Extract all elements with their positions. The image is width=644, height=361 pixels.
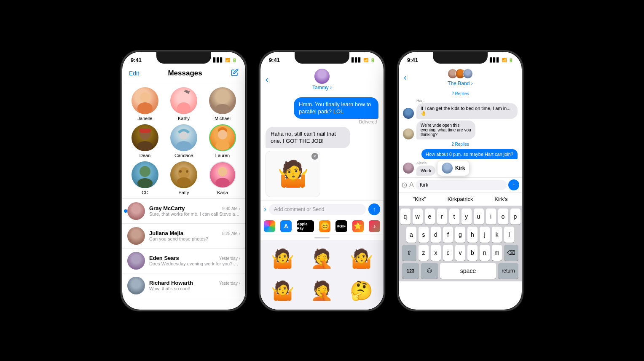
key-k[interactable]: k — [492, 227, 502, 243]
contact-karla[interactable]: Karla — [205, 161, 240, 195]
sticker-3[interactable]: 🤷 — [343, 243, 380, 274]
key-y[interactable]: y — [462, 209, 472, 225]
key-d[interactable]: d — [431, 227, 441, 243]
autocomplete-kirk-quoted[interactable]: "Kirk" — [409, 195, 429, 203]
key-w[interactable]: w — [413, 209, 423, 225]
sticker-9[interactable]: 🤷 — [343, 308, 380, 310]
autocomplete-kirkpatrick[interactable]: Kirkpatrick — [444, 195, 477, 203]
svg-point-5 — [217, 92, 228, 103]
app-stickers[interactable]: ⭐ — [352, 220, 364, 232]
app-photos[interactable] — [264, 220, 275, 232]
key-r[interactable]: r — [437, 209, 447, 225]
message-row-juliana[interactable]: Juliana Mejia 8:25 AM › Can you send tho… — [122, 224, 245, 249]
svg-point-16 — [137, 178, 153, 188]
mention-popup-avatar — [442, 163, 453, 174]
sticker-6[interactable]: 🤔 — [343, 275, 380, 306]
key-emoji[interactable]: ☺ — [421, 263, 438, 279]
contact-patty[interactable]: Patty — [166, 161, 201, 195]
contact-cc[interactable]: CC — [127, 161, 163, 195]
p3-msg-small: We're wide open this evening, what time … — [403, 120, 518, 139]
reply-thread-1[interactable]: 2 Replies — [403, 91, 518, 96]
app-music[interactable]: ♪ — [369, 220, 380, 232]
message-input-2[interactable]: Add comment or Send — [269, 204, 366, 215]
key-o[interactable]: o — [498, 209, 508, 225]
sticker-7[interactable]: 🤷 — [264, 308, 301, 310]
key-a[interactable]: a — [406, 227, 416, 243]
contact-kathy[interactable]: Kathy — [166, 87, 201, 121]
sticker-4[interactable]: 🤷 — [264, 275, 301, 306]
sticker-8[interactable]: 🤦 — [303, 308, 341, 310]
autocomplete-kirks[interactable]: Kirk's — [491, 195, 511, 203]
p3-bubble-small: We're wide open this evening, what time … — [416, 120, 475, 139]
key-x[interactable]: x — [431, 245, 441, 261]
app-gif[interactable]: #GIF — [335, 220, 347, 232]
app-pay[interactable]: Apple Pay — [297, 220, 314, 232]
back-button-2[interactable]: ‹ — [266, 75, 268, 84]
message-row-eden[interactable]: Eden Sears Yesterday › Does Wednesday ev… — [122, 249, 245, 273]
key-delete[interactable]: ⌫ — [504, 245, 518, 261]
msg-content-juliana: Juliana Mejia 8:25 AM › Can you send tho… — [149, 230, 240, 241]
key-p[interactable]: p — [510, 209, 521, 225]
compose-button[interactable] — [231, 69, 239, 78]
contact-candace[interactable]: Candace — [166, 124, 201, 158]
key-e[interactable]: e — [425, 209, 435, 225]
key-g[interactable]: g — [455, 227, 465, 243]
msg-preview-gray: Sure, that works for me. I can call Stev… — [149, 211, 240, 217]
mention-popup[interactable]: Kirk — [437, 160, 469, 176]
key-j[interactable]: j — [480, 227, 490, 243]
p3-group-info[interactable]: The Band › — [448, 69, 473, 86]
status-time-1: 9:41 — [131, 57, 142, 63]
back-button-3[interactable]: ‹ — [404, 72, 407, 82]
key-q[interactable]: q — [400, 209, 411, 225]
key-return[interactable]: return — [498, 263, 518, 279]
expand-icon[interactable]: › — [264, 205, 266, 214]
edit-button[interactable]: Edit — [129, 70, 139, 77]
key-shift[interactable]: ⇧ — [402, 245, 416, 261]
key-t[interactable]: t — [449, 209, 459, 225]
key-space[interactable]: space — [440, 263, 496, 279]
key-l[interactable]: l — [504, 227, 514, 243]
message-row-richard[interactable]: Richard Howarth Yesterday › Wow, that's … — [122, 273, 245, 298]
contact-name-janelle: Janelle — [138, 116, 153, 121]
input-placeholder-2: Add comment or Send — [274, 206, 324, 212]
sticker-2[interactable]: 🤦 — [303, 243, 341, 274]
sticker-close[interactable]: ✕ — [311, 153, 318, 160]
p3-app-icon[interactable]: A — [409, 181, 414, 189]
key-m[interactable]: m — [492, 245, 502, 261]
sticker-5[interactable]: 🤦 — [303, 275, 341, 306]
kb-row-1: q w e r t y u i o p — [400, 209, 520, 225]
key-f[interactable]: f — [443, 227, 453, 243]
contact-janelle[interactable]: Janelle — [127, 87, 163, 121]
key-123[interactable]: 123 — [402, 263, 419, 279]
p3-send-button[interactable]: ↑ — [508, 179, 519, 190]
p3-msg-out: How about 8 p.m. so maybe Hart can join? — [403, 149, 518, 159]
camera-icon[interactable]: ⊙ — [401, 180, 408, 190]
key-u[interactable]: u — [474, 209, 484, 225]
p3-message-input[interactable]: Kirk — [416, 180, 507, 190]
key-c[interactable]: c — [443, 245, 453, 261]
p2-contact-info[interactable]: Tammy › — [312, 69, 332, 91]
key-s[interactable]: s — [419, 227, 429, 243]
contact-michael[interactable]: Michael — [205, 87, 240, 121]
key-b[interactable]: b — [467, 245, 478, 261]
svg-point-20 — [177, 177, 191, 186]
status-icons-1: ▋▋▋ 📶 🔋 — [213, 58, 237, 62]
msg-name-juliana: Juliana Mejia — [149, 230, 183, 236]
reply-thread-2[interactable]: 2 Replies — [403, 142, 518, 147]
svg-point-1 — [137, 102, 153, 114]
app-appstore[interactable]: A — [280, 220, 292, 232]
contact-lauren[interactable]: Lauren — [205, 124, 240, 158]
signal-icon-2: ▋▋▋ — [352, 58, 362, 62]
contact-dean[interactable]: Dean — [127, 124, 163, 158]
send-button-2[interactable]: ↑ — [368, 203, 380, 215]
key-n[interactable]: n — [480, 245, 490, 261]
message-row-gray[interactable]: Gray McCarty 9:40 AM › Sure, that works … — [122, 199, 245, 224]
key-v[interactable]: v — [455, 245, 465, 261]
notch-3 — [433, 52, 488, 64]
key-h[interactable]: h — [467, 227, 478, 243]
app-memoji[interactable]: 😊 — [319, 220, 330, 232]
key-z[interactable]: z — [419, 245, 429, 261]
key-i[interactable]: i — [486, 209, 496, 225]
sticker-1[interactable]: 🤷 — [264, 243, 301, 274]
avatar-lauren — [209, 124, 236, 151]
